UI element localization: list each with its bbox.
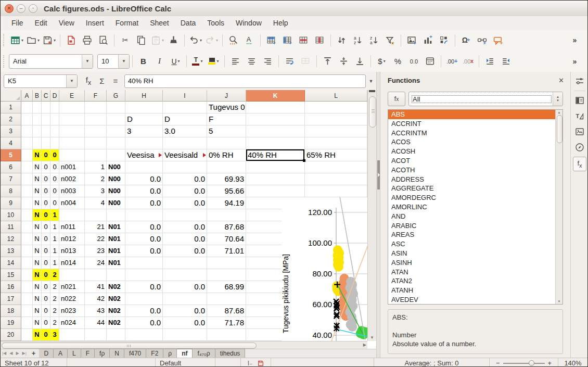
cell-J18[interactable]: 87.68 xyxy=(207,305,246,317)
cell-G20[interactable] xyxy=(107,329,125,341)
align-bottom-button[interactable] xyxy=(352,54,367,68)
cell-K5[interactable]: 40% RH xyxy=(246,149,305,161)
cell-J19[interactable]: 71.78 xyxy=(207,317,246,329)
selection-mode-icon[interactable]: I₋ xyxy=(248,360,253,367)
format-date-button[interactable] xyxy=(423,54,438,68)
align-center-button[interactable] xyxy=(244,54,259,68)
cell-E14[interactable]: n014 xyxy=(59,257,85,269)
cell-I16[interactable]: 0.0 xyxy=(163,281,207,293)
sort-button[interactable] xyxy=(334,33,349,47)
cell-F9[interactable]: 4 xyxy=(85,197,107,209)
column-header-C[interactable]: C xyxy=(42,90,50,102)
row-header-7[interactable]: 7 xyxy=(1,173,21,185)
horizontal-scrollbar-thumb[interactable] xyxy=(2,343,257,349)
cell-I11[interactable]: 0.0 xyxy=(163,221,207,233)
font-size-combo[interactable]: 10 ▼ xyxy=(97,54,130,69)
cell-A1[interactable] xyxy=(21,102,33,113)
cell-I6[interactable] xyxy=(163,161,207,173)
column-header-D[interactable]: D xyxy=(50,90,59,102)
insert-row-above-button[interactable]: + xyxy=(264,33,279,47)
cell-D7[interactable]: 0 xyxy=(50,173,59,185)
center-vertically-button[interactable] xyxy=(336,54,351,68)
toolbar-grip[interactable] xyxy=(3,34,7,46)
function-item-acosh[interactable]: ACOSH xyxy=(388,147,563,156)
menu-help[interactable]: Help xyxy=(267,17,294,29)
cell-I9[interactable]: 0.0 xyxy=(163,197,207,209)
cell-J8[interactable]: 95.66 xyxy=(207,185,246,197)
cell-G1[interactable] xyxy=(107,102,125,113)
cell-F4[interactable] xyxy=(85,137,107,149)
toolbar-grip[interactable] xyxy=(3,55,7,68)
sum-icon[interactable]: Σ xyxy=(95,77,109,85)
cell-G8[interactable]: N00 xyxy=(107,185,125,197)
cell-B8[interactable]: N xyxy=(33,185,42,197)
cell-D16[interactable]: 2 xyxy=(50,281,59,293)
cell-I8[interactable]: 0.0 xyxy=(163,185,207,197)
menu-file[interactable]: File xyxy=(6,17,29,29)
row-header-5[interactable]: 5 xyxy=(1,149,21,161)
row-header-16[interactable]: 16 xyxy=(1,281,21,293)
cell-I18[interactable]: 0.0 xyxy=(163,305,207,317)
cell-K4[interactable] xyxy=(246,137,305,149)
decrease-indent-button[interactable] xyxy=(498,54,514,68)
cell-G18[interactable]: N02 xyxy=(107,305,125,317)
cell-A18[interactable] xyxy=(21,305,33,317)
column-header-H[interactable]: H xyxy=(125,90,163,102)
split-window-handle[interactable] xyxy=(369,90,375,92)
italic-button[interactable]: I xyxy=(152,54,167,68)
cell-F8[interactable]: 3 xyxy=(85,185,107,197)
sheet-tab-f470[interactable]: f470 xyxy=(124,349,146,358)
sheet-tab-F[interactable]: F xyxy=(81,349,95,358)
row-header-10[interactable]: 10 xyxy=(1,209,21,221)
cell-L3[interactable] xyxy=(305,125,367,137)
cell-J6[interactable] xyxy=(207,161,246,173)
cell-J13[interactable]: 71.01 xyxy=(207,245,246,257)
cell-I1[interactable] xyxy=(163,102,207,113)
cell-B1[interactable] xyxy=(33,102,42,113)
cell-C10[interactable]: 0 xyxy=(42,209,50,221)
scroll-right-icon[interactable]: ▶ xyxy=(363,343,366,347)
undo-button[interactable]: ▾ xyxy=(188,33,203,47)
next-sheet-icon[interactable]: ▶ xyxy=(14,349,20,358)
find-replace-button[interactable] xyxy=(226,33,241,47)
row-header-2[interactable]: 2 xyxy=(1,113,21,125)
cell-D13[interactable]: 1 xyxy=(50,245,59,257)
sort-descending-button[interactable]: za xyxy=(366,33,381,47)
cell-G10[interactable] xyxy=(107,209,125,221)
cell-G12[interactable]: N01 xyxy=(107,233,125,245)
cell-D18[interactable]: 2 xyxy=(50,305,59,317)
cell-H6[interactable] xyxy=(125,161,163,173)
sheet-tab-N[interactable]: N xyxy=(110,349,124,358)
cell-F20[interactable] xyxy=(85,329,107,341)
cell-B19[interactable]: N xyxy=(33,317,42,329)
cell-A16[interactable] xyxy=(21,281,33,293)
cell-C20[interactable]: 0 xyxy=(42,329,50,341)
scroll-down-icon[interactable]: ▼ xyxy=(556,300,563,303)
cell-H12[interactable]: 0.0 xyxy=(125,233,163,245)
title-bar[interactable]: ✕ – ▫ Calc figures.ods - LibreOffice Cal… xyxy=(1,1,587,17)
cell-C4[interactable] xyxy=(42,137,50,149)
cell-A4[interactable] xyxy=(21,137,33,149)
function-item-amordegrc[interactable]: AMORDEGRC xyxy=(388,193,563,203)
cell-B14[interactable]: N xyxy=(33,257,42,269)
cell-E12[interactable]: n012 xyxy=(59,233,85,245)
cell-E3[interactable] xyxy=(59,125,85,137)
name-box[interactable]: K5 ▼ xyxy=(4,74,78,88)
sidebar-splitter[interactable] xyxy=(376,72,380,358)
cell-K1[interactable] xyxy=(246,102,305,113)
row-header-9[interactable]: 9 xyxy=(1,197,21,209)
zoom-level[interactable]: 140% xyxy=(558,358,587,367)
toolbar-overflow-button[interactable]: » xyxy=(567,54,582,68)
cell-F17[interactable]: 42 xyxy=(85,293,107,305)
first-sheet-icon[interactable]: |◀ xyxy=(1,349,8,358)
font-name-combo[interactable]: Arial ▼ xyxy=(9,54,93,69)
spelling-button[interactable]: A xyxy=(242,33,257,47)
cell-F3[interactable] xyxy=(85,125,107,137)
function-item-acos[interactable]: ACOS xyxy=(388,137,563,147)
cell-A13[interactable] xyxy=(21,245,33,257)
function-item-atan[interactable]: ATAN xyxy=(388,268,563,277)
cell-K7[interactable] xyxy=(246,173,305,185)
cell-H10[interactable] xyxy=(125,209,163,221)
cell-G5[interactable] xyxy=(107,149,125,161)
cell-B5[interactable]: N xyxy=(33,149,42,161)
